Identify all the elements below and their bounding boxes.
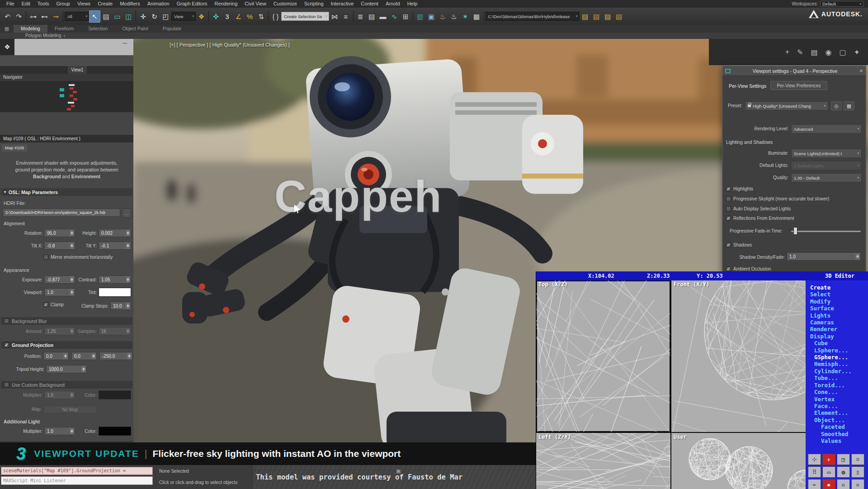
import-scene-icon[interactable]: ▤ (580, 10, 591, 23)
quality-dropdown[interactable]: 1.00 - Default▾ (791, 173, 862, 182)
3d-editor-menu-item[interactable]: Object... (810, 417, 868, 423)
menu-item[interactable]: Create (94, 0, 116, 8)
3d-editor-menu-item[interactable]: Face... (810, 403, 868, 409)
edit-named-selections-icon[interactable]: { } (270, 10, 281, 23)
3d-editor-menu-item[interactable]: Cameras (810, 319, 868, 326)
select-rotate-icon[interactable]: ↻ (149, 10, 160, 23)
add-viewport-icon[interactable]: + (785, 48, 789, 56)
3d-editor-menu-item[interactable]: Smoothed (810, 431, 868, 437)
settings-checkbox[interactable]: Auto Display Selected Lights (726, 206, 791, 211)
rollout-background-blur[interactable]: Background Blur (1, 317, 132, 325)
select-manipulate-icon[interactable]: ✜ (210, 10, 222, 23)
ribbon-tab[interactable]: Populate (156, 25, 189, 33)
box-view-button[interactable]: ▭ (822, 466, 835, 478)
menu-item[interactable]: Scripting (301, 0, 327, 8)
navigator-header[interactable]: Navigator (0, 74, 133, 81)
maxscript-output-field[interactable]: sceneMaterials["Map #109"].GroundProject… (1, 467, 153, 475)
additional-light-color-swatch[interactable] (99, 427, 131, 436)
map-tab[interactable]: Map #109 (2, 144, 27, 152)
shadow-density-field[interactable]: 1.0 (787, 252, 861, 261)
schematic-view-icon[interactable]: ⊞ (400, 10, 411, 23)
preset-dropdown[interactable]: High Quality* [Unsaved Chang ▾ (745, 101, 828, 110)
snaps-toggle-icon[interactable]: 3 (222, 10, 233, 23)
viewport-label[interactable]: [+] [ Perspective ] [ High Quality* (Uns… (170, 42, 290, 47)
viewport-front[interactable]: Front (X/Y) (671, 280, 806, 432)
clamp-checkbox[interactable]: Clamp (43, 302, 64, 307)
spinner-snap-icon[interactable]: ⇅ (255, 10, 267, 23)
menu-item[interactable]: Arnold (382, 0, 404, 8)
reference-coordinate-dropdown[interactable]: View (171, 10, 196, 23)
tools-icon[interactable]: ✦ (854, 48, 860, 57)
viewport-left[interactable]: Left (Z/Y) (536, 433, 670, 489)
maxscript-mini-listener-input[interactable]: MAXScript Mini Listener (1, 476, 153, 485)
named-selection-sets-box[interactable]: Create Selection Se (281, 10, 329, 23)
3d-editor-menu-item[interactable]: LSphere... (810, 347, 868, 354)
blur-amount-field[interactable]: 1.25 (44, 327, 75, 335)
contrast-field[interactable]: 1.05 (99, 275, 131, 284)
custom-bg-multiplier-field[interactable]: 1.0 (44, 391, 75, 399)
render-setup-icon[interactable]: ▥ (415, 10, 426, 23)
mirror-checkbox[interactable]: Mirror environment horizontally (43, 255, 113, 260)
rollout-ground-projection[interactable]: Ground Projection (1, 341, 132, 349)
3d-editor-menu-item[interactable]: Surface (810, 305, 868, 312)
selection-filter-dropdown[interactable]: All (65, 10, 89, 23)
tilt-x-field[interactable]: -0.8 (44, 242, 75, 250)
3d-editor-menu-item[interactable]: Vertex (810, 396, 868, 403)
ambient-occlusion-checkbox[interactable]: Ambient Occlusion (726, 266, 771, 271)
view-tab[interactable]: View1 (68, 66, 87, 74)
ribbon-tab[interactable]: Object Paint (115, 25, 155, 33)
3d-editor-menu-item[interactable]: Create (810, 284, 868, 291)
3d-editor-menu-item[interactable]: Modify (810, 298, 868, 305)
tab-per-view-settings[interactable]: Per-View Settings (729, 83, 766, 89)
viewport-multiplier-field[interactable]: 1.0 (44, 288, 75, 296)
dots-view-button[interactable]: ⠿ (808, 466, 821, 478)
3d-editor-menu-item[interactable]: Hemisph... (810, 361, 868, 367)
redo-icon[interactable]: ↷ (13, 10, 24, 23)
fade-slider[interactable] (791, 231, 861, 232)
select-object-icon[interactable]: ↖ (89, 10, 100, 23)
menu-item[interactable]: Help (404, 0, 421, 8)
export-scene-icon[interactable]: ▤ (591, 10, 602, 23)
3d-editor-menu-item[interactable]: GSphere... (810, 354, 868, 361)
workspace-dropdown[interactable]: Default ▾ (820, 1, 863, 7)
map-node-header[interactable]: Map #109 ( OSL : HDRI Environment ) (0, 135, 133, 142)
ribbon-tab[interactable]: Selection (81, 25, 115, 33)
no-map-button[interactable]: No Map (43, 405, 97, 413)
sphere-preview-icon[interactable]: ◉ (826, 48, 832, 57)
render-iterative-icon[interactable]: ♨ (448, 10, 460, 23)
menu-item[interactable]: Tools (34, 0, 53, 8)
rendered-frame-icon[interactable]: ▣ (426, 10, 437, 23)
navigator-canvas[interactable] (0, 81, 133, 112)
rollout-osl-map-parameters[interactable]: ▾ OSL: Map Parameters (1, 188, 132, 196)
render-production-icon[interactable]: ♨ (437, 10, 448, 23)
position-z-field[interactable]: -250.0 (99, 352, 132, 360)
menu-item[interactable]: Edit (18, 0, 34, 8)
exposure-field[interactable]: -0.877 (44, 275, 75, 284)
frame-view-button[interactable]: ▯ (851, 466, 864, 478)
menu-item[interactable]: Group (52, 0, 74, 8)
viewport-top[interactable]: Top (X/Z) (536, 280, 670, 432)
use-pivot-center-icon[interactable]: ❖ (196, 10, 207, 23)
layers-icon[interactable]: ▤ (811, 48, 817, 57)
panel-dock-icon[interactable]: ❖ (0, 39, 14, 55)
menu-item[interactable]: Customize (270, 0, 301, 8)
3d-editor-menu-item[interactable]: Cylinder... (810, 368, 868, 375)
dialog-titlebar[interactable]: Viewport settings - Quad 4 - Perspective… (722, 66, 866, 76)
hdri-path-field[interactable]: D:\Downloads\HDRIHaven-env\palermo_squar… (3, 209, 120, 217)
project-folder-dropdown[interactable]: C:\Dev\3dsmax\3dsmax\Bin\Hybrid\release (486, 10, 580, 23)
alert-button[interactable]: ▪ (822, 479, 835, 489)
undo-icon[interactable]: ↶ (2, 10, 13, 23)
menu-item[interactable]: Graph Editors (173, 0, 211, 8)
percent-snap-icon[interactable]: % (244, 10, 255, 23)
menu-item[interactable]: Views (74, 0, 94, 8)
menu-item[interactable]: File (3, 0, 18, 8)
menu-item[interactable]: Animation (144, 0, 173, 8)
align-icon[interactable]: ≡ (340, 10, 352, 23)
settings-checkbox[interactable]: Highlights (726, 186, 753, 191)
3d-editor-menu-item[interactable]: Tube... (810, 375, 868, 381)
rectangular-region-icon[interactable]: ▭ (112, 10, 123, 23)
close-icon[interactable]: ✕ (857, 68, 866, 73)
rollout-use-custom-background[interactable]: Use Custom Background (1, 381, 132, 389)
height-field[interactable]: 0.002 (99, 229, 131, 237)
ribbon-icon[interactable]: ▦ (0, 25, 14, 33)
